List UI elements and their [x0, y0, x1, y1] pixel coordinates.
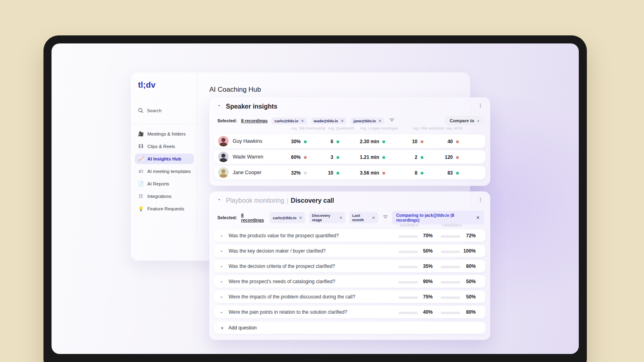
speaker-rows: Guy Hawkins30%62.30 min1040Wade Warren60…: [214, 134, 485, 179]
score-cell: 50%: [398, 249, 433, 254]
sidebar-item-integrations[interactable]: ☷Integrations: [135, 191, 194, 202]
sidebar-nav: 🎥Meetings & folders🎞Clips & Reels📈AI Ins…: [135, 129, 194, 214]
avatar: [218, 152, 229, 162]
clapperboard-icon: 🎞: [138, 144, 144, 149]
compare-to-button[interactable]: Compare to ›: [445, 116, 484, 125]
progress-bar: [398, 251, 418, 253]
kebab-menu-icon[interactable]: ⋮: [478, 103, 483, 109]
score-value: 75%: [418, 294, 433, 300]
search-button[interactable]: Search: [138, 108, 161, 113]
collapse-chevron-up-icon[interactable]: ⌃: [217, 199, 221, 203]
question-text: Were the pain points in relation to the …: [229, 309, 347, 315]
playbook-chips: carlo@tldv.io✕Discovery stage✕Last month…: [270, 212, 378, 223]
chevron-down-icon[interactable]: ⌄: [220, 263, 223, 268]
progress-bar: [398, 312, 418, 314]
avatar: [218, 167, 229, 178]
filter-chip[interactable]: carlo@tldv.io✕: [272, 117, 307, 124]
score-value: 35%: [418, 263, 433, 269]
trend-chart-icon: 📈: [138, 156, 144, 162]
playbook-filter-row: Selected: 8 recordings carlo@tldv.io✕Dis…: [217, 211, 484, 224]
score-value: 80%: [460, 309, 476, 315]
comparing-to-chip[interactable]: Comparing to jack@tldv.io (8 recordings)…: [392, 211, 484, 224]
column-header: Avg. Talk time/meeting: [291, 126, 325, 130]
column-header: Avg. Filler words/min: [413, 126, 444, 130]
close-icon[interactable]: ✕: [301, 119, 304, 123]
question-row[interactable]: ⌄Were the impacts of the problem discuss…: [214, 290, 485, 303]
avatar-body: [219, 174, 227, 178]
score-cell: 70%: [398, 234, 433, 239]
metric-value: 32%: [277, 170, 301, 176]
filter-chip[interactable]: wade@tldv.io✕: [311, 117, 347, 124]
status-dot-red: [456, 140, 459, 143]
avatar-head: [221, 138, 225, 142]
close-icon[interactable]: ✕: [476, 215, 480, 220]
column-header: Carlo@tldv.io: [442, 223, 462, 227]
status-dot-green: [336, 172, 339, 175]
chevron-down-icon[interactable]: ⌄: [220, 248, 223, 253]
avatar-head: [221, 169, 225, 173]
score-value: 70%: [418, 233, 433, 239]
close-icon[interactable]: ✕: [372, 216, 375, 220]
metric-cell: 60%: [277, 154, 307, 160]
kebab-menu-icon[interactable]: ⋮: [478, 197, 483, 203]
question-text: Was the products value for the prospect …: [229, 233, 339, 239]
sidebar-item-label: AI Reports: [147, 181, 169, 186]
chevron-down-icon[interactable]: ⌄: [220, 279, 223, 283]
score-cell: 50%: [441, 295, 476, 300]
table-row[interactable]: Jane Cooper32%103.56 min883: [214, 166, 485, 179]
filter-icon[interactable]: [383, 215, 388, 220]
filter-icon[interactable]: [389, 118, 394, 123]
table-row[interactable]: Guy Hawkins30%62.30 min1040: [214, 134, 485, 148]
collapse-chevron-up-icon[interactable]: ⌃: [217, 105, 221, 109]
laptop-frame: tl;dv Search 🎥Meetings & folders🎞Clips &…: [43, 35, 587, 362]
filter-chip[interactable]: jane@tldv.io✕: [351, 117, 384, 124]
close-icon[interactable]: ✕: [341, 119, 344, 123]
selected-recordings-link[interactable]: 8 recordings: [241, 118, 268, 123]
question-row[interactable]: ⌄Were the prospect's needs of cataloging…: [214, 275, 485, 288]
progress-bar: [398, 296, 418, 299]
metric-cell: 3: [311, 154, 339, 160]
chevron-down-icon[interactable]: ⌄: [220, 309, 223, 314]
chevron-down-icon[interactable]: ⌄: [220, 294, 223, 298]
status-dot-green: [421, 172, 423, 175]
add-question-button[interactable]: + Add question: [214, 322, 485, 334]
playbook-column-headers: Jack@tldv.ioCarlo@tldv.io: [209, 223, 490, 228]
question-row[interactable]: ⌄Was the decision criteria of the prospe…: [214, 260, 485, 272]
speaker-name: Wade Warren: [233, 154, 263, 160]
metric-value: 2: [397, 154, 417, 160]
metric-cell: 2: [397, 154, 423, 160]
metric-cell: 32%: [277, 170, 307, 176]
question-row[interactable]: ⌄Was the products value for the prospect…: [214, 229, 485, 242]
selected-label: Selected:: [217, 118, 237, 123]
table-row[interactable]: Wade Warren60%31.21 min2120: [214, 150, 485, 164]
metric-value: 10: [311, 170, 333, 176]
tldv-logo: tl;dv: [138, 80, 155, 90]
sidebar-item-meetings-folders[interactable]: 🎥Meetings & folders: [135, 129, 194, 139]
score-value: 72%: [460, 233, 476, 239]
question-row[interactable]: ⌄Were the pain points in relation to the…: [214, 306, 485, 318]
status-dot-green: [304, 140, 307, 143]
filter-chip[interactable]: carlo@tldv.io✕: [270, 212, 305, 223]
filter-chip[interactable]: Discovery stage✕: [309, 212, 345, 223]
question-row[interactable]: ⌄Was the key decision maker / buyer clar…: [214, 245, 485, 257]
sidebar-item-label: Clips & Reels: [147, 144, 175, 149]
chevron-down-icon[interactable]: ⌄: [220, 233, 223, 237]
column-header: Avg. WPM: [446, 126, 462, 130]
filter-chip[interactable]: Last month✕: [349, 212, 378, 223]
metric-value: 1.21 min: [347, 154, 379, 160]
score-cell: 72%: [441, 234, 476, 239]
grid-dots-icon: ☷: [138, 193, 144, 199]
close-icon[interactable]: ✕: [299, 216, 302, 220]
score-value: 100%: [460, 248, 476, 254]
sidebar-item-ai-insights-hub[interactable]: 📈AI Insights Hub: [135, 154, 194, 164]
status-dot-green: [382, 156, 385, 159]
close-icon[interactable]: ✕: [378, 119, 382, 123]
sidebar-item-feature-requests[interactable]: 💡Feature Requests: [135, 204, 194, 214]
score-value: 50%: [418, 248, 433, 254]
sidebar-item-ai-reports[interactable]: 📄AI Reports: [135, 179, 194, 189]
selected-recordings-link[interactable]: 8 recordings: [241, 213, 266, 222]
metric-cell: 120: [431, 154, 459, 160]
sidebar-item-ai-meeting-templates[interactable]: 🏷AI meeting templates: [135, 166, 194, 177]
sidebar-item-clips-reels[interactable]: 🎞Clips & Reels: [135, 141, 194, 152]
close-icon[interactable]: ✕: [339, 216, 343, 220]
